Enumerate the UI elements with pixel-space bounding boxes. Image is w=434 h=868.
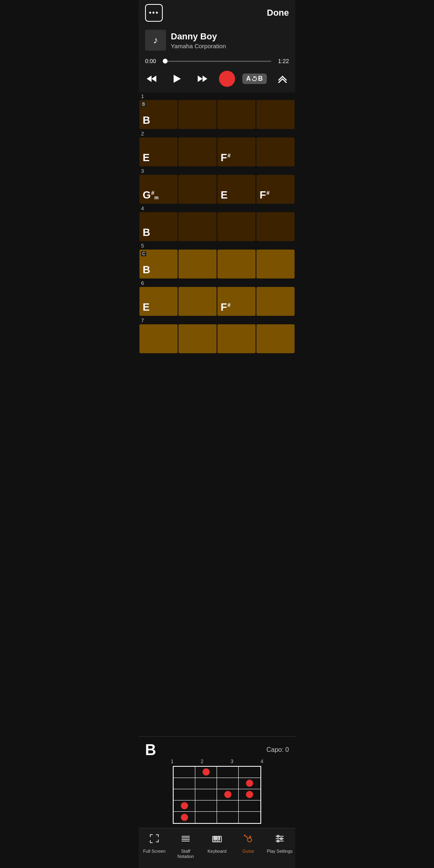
svg-marker-5 <box>254 76 255 78</box>
chord-cell[interactable]: B <box>139 212 178 241</box>
chord-cell[interactable] <box>256 287 295 316</box>
nav-item-settings[interactable]: Play Settings <box>264 831 295 862</box>
chord-cell[interactable] <box>178 137 217 166</box>
measure-row: 1BB <box>139 92 295 130</box>
guitar-icon <box>243 833 254 847</box>
chord-label: G#m <box>143 189 159 201</box>
song-artist: Yamaha Corporation <box>171 43 226 49</box>
fret-cell <box>195 800 217 812</box>
fret-cell <box>174 800 195 812</box>
nav-label-keyboard: Keyboard <box>207 849 226 854</box>
record-button[interactable] <box>218 70 236 88</box>
menu-button[interactable]: ••• <box>145 4 163 22</box>
chord-label: B <box>143 226 150 239</box>
chord-cell[interactable] <box>256 137 295 166</box>
chord-cell[interactable] <box>217 250 256 278</box>
chord-cell[interactable] <box>217 100 256 129</box>
chord-cell[interactable] <box>178 175 217 204</box>
svg-rect-15 <box>214 836 215 839</box>
chord-label: F# <box>221 301 231 313</box>
measure-number: 2 <box>139 130 295 137</box>
fret-cell <box>217 812 239 823</box>
time-total: 1:22 <box>274 58 289 64</box>
measure-row: 7 <box>139 317 295 354</box>
bottom-nav: Full ScreenStaff NotationKeyboardGuitarP… <box>139 828 295 868</box>
chord-cell[interactable] <box>139 324 178 353</box>
chord-cell[interactable] <box>178 212 217 241</box>
record-icon <box>219 71 235 87</box>
chord-cell[interactable] <box>178 250 217 278</box>
chord-cell[interactable]: E <box>139 137 178 166</box>
chord-cell[interactable] <box>256 324 295 353</box>
chord-cell[interactable] <box>256 250 295 278</box>
fret-cell <box>195 778 217 789</box>
fret-cell <box>217 767 239 778</box>
nav-item-keyboard[interactable]: Keyboard <box>201 831 233 862</box>
chord-cell[interactable] <box>256 100 295 129</box>
chord-cells: EF# <box>139 287 295 316</box>
finger-dot <box>181 814 188 821</box>
measure-row: 2EF# <box>139 130 295 167</box>
fret-cell <box>239 800 260 812</box>
music-note-icon: ♪ <box>153 35 158 46</box>
chord-cell[interactable]: G#m <box>139 175 178 204</box>
ab-label: A <box>246 75 251 82</box>
song-title: Danny Boy <box>171 31 226 42</box>
fast-forward-button[interactable] <box>193 69 212 88</box>
header: ••• Done <box>139 0 295 26</box>
menu-icon: ••• <box>149 9 159 17</box>
finger-dot <box>246 780 253 787</box>
svg-rect-17 <box>219 836 220 839</box>
chord-cells: EF# <box>139 137 295 166</box>
play-icon <box>171 73 182 84</box>
transport-controls: A B <box>139 66 295 92</box>
fret-cell <box>195 767 217 778</box>
scroll-up-icon <box>277 73 288 84</box>
measure-row: 4B <box>139 205 295 242</box>
measure-number: 7 <box>139 317 295 324</box>
nav-item-guitar[interactable]: Guitar <box>233 831 264 862</box>
fret-number: 1 <box>171 759 174 764</box>
chord-label: B <box>143 264 150 276</box>
chord-cell[interactable]: E <box>139 287 178 316</box>
chord-cell[interactable] <box>217 324 256 353</box>
measure-number: 5 <box>139 242 295 250</box>
progress-thumb[interactable] <box>163 59 168 63</box>
done-button[interactable]: Done <box>267 8 289 18</box>
measure-row: 5CB <box>139 242 295 279</box>
svg-marker-1 <box>151 76 156 82</box>
nav-item-fullscreen[interactable]: Full Screen <box>139 831 170 862</box>
progress-bar[interactable] <box>163 61 271 62</box>
chord-cell[interactable]: F# <box>256 175 295 204</box>
finger-dot <box>246 791 253 798</box>
scroll-up-button[interactable] <box>273 69 292 88</box>
chord-cells: B <box>139 212 295 241</box>
chord-cell[interactable] <box>217 212 256 241</box>
chord-cell[interactable] <box>178 324 217 353</box>
play-button[interactable] <box>167 69 186 88</box>
measure-row: 6EF# <box>139 279 295 317</box>
chord-cells: CB <box>139 250 295 278</box>
chord-cell[interactable] <box>256 212 295 241</box>
chord-cell[interactable] <box>178 287 217 316</box>
fret-cell <box>239 789 260 800</box>
chord-cell[interactable]: E <box>217 175 256 204</box>
fret-number: 4 <box>260 759 263 764</box>
chord-cell[interactable]: F# <box>217 137 256 166</box>
chord-cell[interactable] <box>178 100 217 129</box>
rewind-button[interactable] <box>142 69 161 88</box>
chord-label: F# <box>221 151 231 164</box>
chord-cells: BB <box>139 100 295 129</box>
chord-grid[interactable]: 1BB2EF#3G#mEF#4B5CB6EF#7 <box>139 92 295 736</box>
chord-cell[interactable]: BB <box>139 100 178 129</box>
measure-row: 3G#mEF# <box>139 167 295 205</box>
finger-dot <box>203 768 210 776</box>
chord-label: F# <box>260 189 270 201</box>
svg-marker-2 <box>174 75 181 83</box>
chord-cell[interactable]: F# <box>217 287 256 316</box>
measure-number: 3 <box>139 167 295 175</box>
ab-button[interactable]: A B <box>242 74 267 84</box>
fret-cell <box>239 812 260 823</box>
chord-cell[interactable]: CB <box>139 250 178 278</box>
nav-item-staff[interactable]: Staff Notation <box>170 831 201 862</box>
